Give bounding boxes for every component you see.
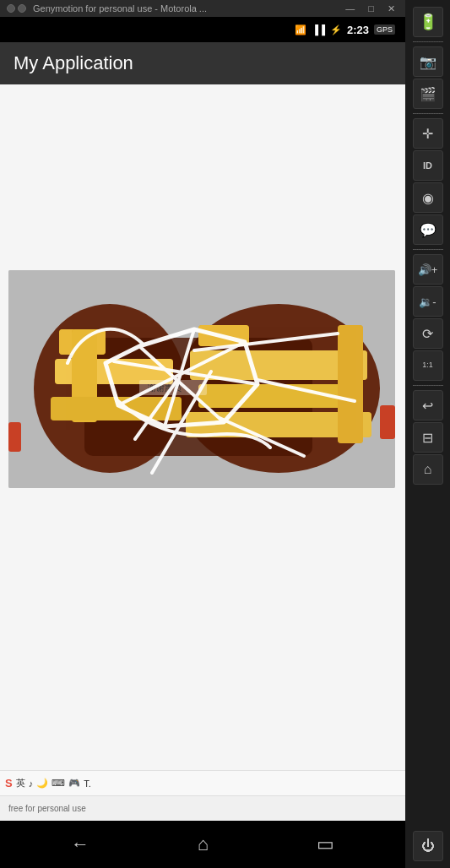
bottom-bar: free for personal use <box>0 795 405 821</box>
ime-keyboard: ⌨ <box>52 778 65 789</box>
ime-bar: S 英 ♪ 🌙 ⌨ 🎮 T. <box>0 770 405 795</box>
dot-2 <box>18 4 26 13</box>
svg-rect-16 <box>198 384 355 408</box>
graphic-svg: 谢谢声员 <box>8 270 395 488</box>
panel-back-button[interactable]: ↩ <box>413 390 443 420</box>
scale-button[interactable]: 1:1 <box>413 350 443 381</box>
svg-rect-22 <box>380 405 395 439</box>
image-area: 谢谢声员 <box>8 270 395 488</box>
wifi-icon: 📶 <box>295 24 306 35</box>
minimize-button[interactable]: — <box>342 3 358 14</box>
power-icon: ⏻ <box>421 838 435 854</box>
svg-rect-5 <box>59 329 106 355</box>
svg-marker-26 <box>106 329 258 426</box>
svg-rect-11 <box>51 397 182 420</box>
separator-2 <box>413 113 443 114</box>
svg-rect-4 <box>59 329 106 355</box>
svg-rect-14 <box>190 350 367 380</box>
app-bar: My Application <box>0 42 405 84</box>
status-bar: 📶 ▐▐ ⚡ 2:23 GPS <box>0 17 405 42</box>
video-icon: 🎬 <box>420 86 436 102</box>
battery-charging-icon: ⚡ <box>330 24 342 35</box>
volume-up-button[interactable]: 🔊+ <box>413 254 443 285</box>
separator-3 <box>413 249 443 250</box>
camera-button[interactable]: 📷 <box>413 46 443 77</box>
svg-text:谢谢声员: 谢谢声员 <box>148 383 182 393</box>
rotate-icon: ⟳ <box>422 326 433 342</box>
move-button[interactable]: ✛ <box>413 118 443 149</box>
title-bar-dots <box>7 4 26 13</box>
svg-rect-0 <box>8 270 395 488</box>
panel-back-icon: ↩ <box>422 398 433 414</box>
sms-button[interactable]: 💬 <box>413 214 443 245</box>
svg-rect-9 <box>72 329 97 422</box>
nfc-button[interactable]: ◉ <box>413 182 443 213</box>
id-button[interactable]: ID <box>413 150 443 181</box>
ime-game: 🎮 <box>68 778 80 789</box>
panel-recents-icon: ⊟ <box>422 430 433 446</box>
svg-point-2 <box>177 304 380 473</box>
svg-rect-12 <box>198 325 249 346</box>
ime-moon: 🌙 <box>36 778 48 789</box>
svg-line-34 <box>135 380 177 439</box>
svg-rect-6 <box>55 359 173 384</box>
volume-up-icon: 🔊+ <box>418 263 438 276</box>
title-bar-text: Genymotion for personal use - Motorola .… <box>33 3 207 14</box>
video-button[interactable]: 🎬 <box>413 79 443 109</box>
ime-t: T. <box>84 778 91 789</box>
rotate-button[interactable]: ⟳ <box>413 318 443 349</box>
separator-4 <box>413 385 443 386</box>
scale-icon: 1:1 <box>422 361 433 370</box>
svg-rect-24 <box>139 380 207 395</box>
svg-rect-15 <box>190 350 367 380</box>
right-panel: 🔋 📷 🎬 ✛ ID ◉ 💬 🔊+ 🔉- ⟳ 1:1 ↩ ⊟ ⌂ ⏻ <box>405 0 450 868</box>
app-title: My Application <box>14 52 133 74</box>
gps-label: GPS <box>374 24 395 35</box>
svg-line-29 <box>165 329 194 426</box>
nfc-icon: ◉ <box>422 190 434 206</box>
title-bar: Genymotion for personal use - Motorola .… <box>0 0 405 17</box>
svg-rect-23 <box>8 422 21 452</box>
svg-rect-8 <box>72 329 97 422</box>
title-bar-buttons: — □ ✕ <box>342 3 398 14</box>
ime-music: ♪ <box>29 778 34 789</box>
battery-icon: 🔋 <box>419 13 437 31</box>
dot-1 <box>7 4 15 13</box>
svg-rect-18 <box>186 412 371 437</box>
power-button[interactable]: ⏻ <box>413 831 443 861</box>
svg-rect-21 <box>338 325 363 443</box>
sms-icon: 💬 <box>420 222 436 238</box>
svg-line-27 <box>114 361 258 384</box>
maximize-button[interactable]: □ <box>365 3 377 14</box>
close-button[interactable]: ✕ <box>384 3 398 14</box>
panel-recents-button[interactable]: ⊟ <box>413 422 443 453</box>
svg-rect-19 <box>186 412 371 437</box>
svg-line-28 <box>139 346 224 422</box>
svg-rect-3 <box>84 338 312 456</box>
ime-en: 英 <box>16 777 25 789</box>
panel-home-icon: ⌂ <box>424 462 432 477</box>
ime-s: S <box>5 777 13 789</box>
volume-down-button[interactable]: 🔉- <box>413 286 443 317</box>
camera-icon: 📷 <box>420 54 436 70</box>
nav-bar: ← ⌂ ▭ <box>0 821 405 868</box>
volume-down-icon: 🔉- <box>419 296 436 308</box>
move-icon: ✛ <box>422 126 433 142</box>
id-icon: ID <box>423 160 432 171</box>
home-button[interactable]: ⌂ <box>198 833 209 855</box>
svg-point-1 <box>34 304 186 473</box>
svg-line-33 <box>194 334 338 350</box>
panel-home-button[interactable]: ⌂ <box>413 454 443 485</box>
svg-line-32 <box>220 418 304 456</box>
separator-1 <box>413 41 443 42</box>
svg-rect-10 <box>51 397 182 420</box>
signal-icon: ▐▐ <box>312 24 325 35</box>
status-time: 2:23 <box>347 24 369 36</box>
svg-rect-20 <box>338 325 363 443</box>
svg-rect-7 <box>55 359 173 384</box>
back-button[interactable]: ← <box>71 833 89 855</box>
svg-line-31 <box>258 380 355 401</box>
main-content: 谢谢声员 <box>0 84 405 868</box>
recents-button[interactable]: ▭ <box>317 833 334 855</box>
battery-button[interactable]: 🔋 <box>413 7 443 37</box>
